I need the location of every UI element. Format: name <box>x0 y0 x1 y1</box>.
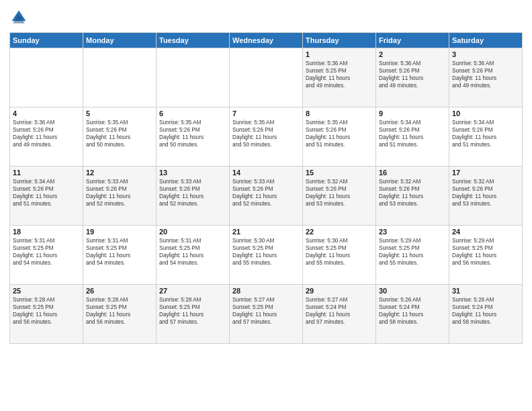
day-number: 16 <box>379 169 446 177</box>
calendar-cell: 30Sunrise: 5:26 AM Sunset: 5:24 PM Dayli… <box>376 285 449 344</box>
calendar-cell: 14Sunrise: 5:33 AM Sunset: 5:26 PM Dayli… <box>230 167 303 226</box>
calendar-cell: 3Sunrise: 5:36 AM Sunset: 5:26 PM Daylig… <box>449 48 523 107</box>
calendar-cell: 4Sunrise: 5:36 AM Sunset: 5:26 PM Daylig… <box>10 107 83 167</box>
cell-content: Sunrise: 5:27 AM Sunset: 5:25 PM Dayligh… <box>232 296 300 326</box>
week-row-3: 11Sunrise: 5:34 AM Sunset: 5:26 PM Dayli… <box>10 167 523 226</box>
cell-content: Sunrise: 5:35 AM Sunset: 5:26 PM Dayligh… <box>306 119 373 148</box>
cell-content: Sunrise: 5:31 AM Sunset: 5:25 PM Dayligh… <box>159 237 226 267</box>
cell-content: Sunrise: 5:36 AM Sunset: 5:26 PM Dayligh… <box>379 60 446 89</box>
header-day-tuesday: Tuesday <box>157 33 230 48</box>
calendar-cell: 12Sunrise: 5:33 AM Sunset: 5:26 PM Dayli… <box>83 167 157 226</box>
cell-content: Sunrise: 5:35 AM Sunset: 5:26 PM Dayligh… <box>86 119 153 148</box>
cell-content: Sunrise: 5:29 AM Sunset: 5:25 PM Dayligh… <box>452 237 519 267</box>
calendar-cell: 29Sunrise: 5:27 AM Sunset: 5:24 PM Dayli… <box>303 285 376 344</box>
calendar-cell: 21Sunrise: 5:30 AM Sunset: 5:25 PM Dayli… <box>230 226 303 285</box>
cell-content: Sunrise: 5:28 AM Sunset: 5:25 PM Dayligh… <box>159 296 226 326</box>
day-number: 29 <box>306 287 373 295</box>
cell-content: Sunrise: 5:30 AM Sunset: 5:25 PM Dayligh… <box>232 237 300 267</box>
day-number: 24 <box>452 228 519 236</box>
calendar-cell: 31Sunrise: 5:26 AM Sunset: 5:24 PM Dayli… <box>449 285 523 344</box>
calendar-cell: 24Sunrise: 5:29 AM Sunset: 5:25 PM Dayli… <box>449 226 523 285</box>
cell-content: Sunrise: 5:26 AM Sunset: 5:24 PM Dayligh… <box>452 296 519 326</box>
day-number: 4 <box>13 109 80 118</box>
calendar-cell: 25Sunrise: 5:28 AM Sunset: 5:25 PM Dayli… <box>10 285 83 344</box>
week-row-5: 25Sunrise: 5:28 AM Sunset: 5:25 PM Dayli… <box>10 285 523 344</box>
calendar-cell: 22Sunrise: 5:30 AM Sunset: 5:25 PM Dayli… <box>303 226 376 285</box>
day-number: 5 <box>86 109 153 118</box>
day-number: 18 <box>13 228 80 236</box>
cell-content: Sunrise: 5:32 AM Sunset: 5:26 PM Dayligh… <box>306 178 373 208</box>
cell-content: Sunrise: 5:26 AM Sunset: 5:24 PM Dayligh… <box>379 296 446 326</box>
week-row-2: 4Sunrise: 5:36 AM Sunset: 5:26 PM Daylig… <box>10 107 523 167</box>
cell-content: Sunrise: 5:27 AM Sunset: 5:24 PM Dayligh… <box>306 296 373 326</box>
day-number: 14 <box>232 169 300 177</box>
calendar-cell: 15Sunrise: 5:32 AM Sunset: 5:26 PM Dayli… <box>303 167 376 226</box>
cell-content: Sunrise: 5:35 AM Sunset: 5:26 PM Dayligh… <box>159 119 226 148</box>
cell-content: Sunrise: 5:35 AM Sunset: 5:26 PM Dayligh… <box>232 119 300 148</box>
calendar-cell: 2Sunrise: 5:36 AM Sunset: 5:26 PM Daylig… <box>376 48 449 107</box>
cell-content: Sunrise: 5:30 AM Sunset: 5:25 PM Dayligh… <box>306 237 373 267</box>
cell-content: Sunrise: 5:29 AM Sunset: 5:25 PM Dayligh… <box>379 237 446 267</box>
calendar-cell: 18Sunrise: 5:31 AM Sunset: 5:25 PM Dayli… <box>10 226 83 285</box>
calendar-cell: 27Sunrise: 5:28 AM Sunset: 5:25 PM Dayli… <box>157 285 230 344</box>
header-day-friday: Friday <box>376 33 449 48</box>
day-number: 27 <box>159 287 226 295</box>
day-number: 13 <box>159 169 226 177</box>
calendar-cell: 23Sunrise: 5:29 AM Sunset: 5:25 PM Dayli… <box>376 226 449 285</box>
page: SundayMondayTuesdayWednesdayThursdayFrid… <box>0 0 532 411</box>
day-number: 17 <box>452 169 519 177</box>
calendar-cell <box>157 48 230 107</box>
cell-content: Sunrise: 5:31 AM Sunset: 5:25 PM Dayligh… <box>86 237 153 267</box>
day-number: 2 <box>379 50 446 58</box>
calendar-cell: 9Sunrise: 5:34 AM Sunset: 5:26 PM Daylig… <box>376 107 449 167</box>
day-number: 12 <box>86 169 153 177</box>
calendar-cell: 8Sunrise: 5:35 AM Sunset: 5:26 PM Daylig… <box>303 107 376 167</box>
header-day-saturday: Saturday <box>449 33 523 48</box>
calendar-cell: 20Sunrise: 5:31 AM Sunset: 5:25 PM Dayli… <box>157 226 230 285</box>
day-number: 8 <box>306 109 373 118</box>
calendar-cell: 1Sunrise: 5:36 AM Sunset: 5:25 PM Daylig… <box>303 48 376 107</box>
day-number: 9 <box>379 109 446 118</box>
day-number: 15 <box>306 169 373 177</box>
cell-content: Sunrise: 5:32 AM Sunset: 5:26 PM Dayligh… <box>452 178 519 208</box>
calendar-cell: 17Sunrise: 5:32 AM Sunset: 5:26 PM Dayli… <box>449 167 523 226</box>
day-number: 10 <box>452 109 519 118</box>
day-number: 20 <box>159 228 226 236</box>
calendar-cell: 28Sunrise: 5:27 AM Sunset: 5:25 PM Dayli… <box>230 285 303 344</box>
header-day-sunday: Sunday <box>10 33 83 48</box>
calendar-cell: 10Sunrise: 5:34 AM Sunset: 5:26 PM Dayli… <box>449 107 523 167</box>
cell-content: Sunrise: 5:33 AM Sunset: 5:26 PM Dayligh… <box>159 178 226 208</box>
header-day-monday: Monday <box>83 33 157 48</box>
day-number: 3 <box>452 50 519 58</box>
header-row: SundayMondayTuesdayWednesdayThursdayFrid… <box>10 33 523 48</box>
day-number: 31 <box>452 287 519 295</box>
logo <box>9 8 31 27</box>
calendar-cell: 6Sunrise: 5:35 AM Sunset: 5:26 PM Daylig… <box>157 107 230 167</box>
calendar-cell <box>10 48 83 107</box>
calendar-cell: 5Sunrise: 5:35 AM Sunset: 5:26 PM Daylig… <box>83 107 157 167</box>
day-number: 11 <box>13 169 80 177</box>
calendar-cell: 11Sunrise: 5:34 AM Sunset: 5:26 PM Dayli… <box>10 167 83 226</box>
cell-content: Sunrise: 5:34 AM Sunset: 5:26 PM Dayligh… <box>379 119 446 148</box>
day-number: 30 <box>379 287 446 295</box>
calendar-cell <box>83 48 157 107</box>
header <box>9 8 523 27</box>
day-number: 28 <box>232 287 300 295</box>
calendar-cell: 16Sunrise: 5:32 AM Sunset: 5:26 PM Dayli… <box>376 167 449 226</box>
calendar-cell: 26Sunrise: 5:28 AM Sunset: 5:25 PM Dayli… <box>83 285 157 344</box>
week-row-1: 1Sunrise: 5:36 AM Sunset: 5:25 PM Daylig… <box>10 48 523 107</box>
calendar-cell: 19Sunrise: 5:31 AM Sunset: 5:25 PM Dayli… <box>83 226 157 285</box>
header-day-wednesday: Wednesday <box>230 33 303 48</box>
cell-content: Sunrise: 5:36 AM Sunset: 5:25 PM Dayligh… <box>306 60 373 89</box>
cell-content: Sunrise: 5:31 AM Sunset: 5:25 PM Dayligh… <box>13 237 80 267</box>
cell-content: Sunrise: 5:28 AM Sunset: 5:25 PM Dayligh… <box>86 296 153 326</box>
day-number: 1 <box>306 50 373 58</box>
day-number: 7 <box>232 109 300 118</box>
cell-content: Sunrise: 5:32 AM Sunset: 5:26 PM Dayligh… <box>379 178 446 208</box>
day-number: 25 <box>13 287 80 295</box>
week-row-4: 18Sunrise: 5:31 AM Sunset: 5:25 PM Dayli… <box>10 226 523 285</box>
calendar-cell: 13Sunrise: 5:33 AM Sunset: 5:26 PM Dayli… <box>157 167 230 226</box>
cell-content: Sunrise: 5:34 AM Sunset: 5:26 PM Dayligh… <box>13 178 80 208</box>
header-day-thursday: Thursday <box>303 33 376 48</box>
cell-content: Sunrise: 5:36 AM Sunset: 5:26 PM Dayligh… <box>13 119 80 148</box>
